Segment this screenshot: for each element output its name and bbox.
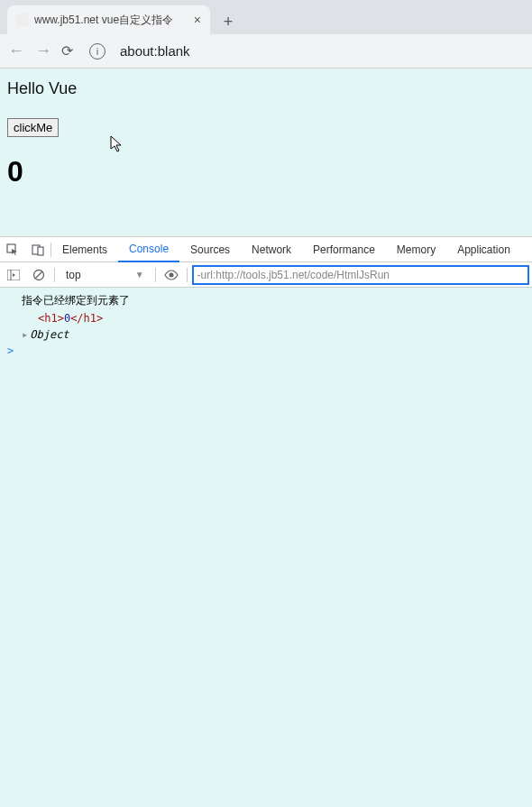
browser-tab-strip: www.jb51.net vue自定义指令 × +	[0, 0, 532, 34]
separator	[155, 268, 156, 282]
address-bar[interactable]: about:blank	[120, 43, 190, 59]
log-message: 指令已经绑定到元素了	[22, 294, 130, 307]
separator	[187, 268, 188, 282]
object-label: Object	[30, 328, 69, 341]
tab-memory[interactable]: Memory	[386, 237, 446, 262]
tab-sources[interactable]: Sources	[179, 237, 241, 262]
console-log-row: 指令已经绑定到元素了	[0, 291, 532, 310]
filter-input[interactable]	[193, 266, 528, 284]
close-icon[interactable]: ×	[194, 13, 201, 27]
tab-elements[interactable]: Elements	[51, 237, 118, 262]
sidebar-toggle-icon[interactable]	[4, 265, 23, 285]
html-open-tag: <h1>	[38, 312, 64, 325]
svg-point-7	[169, 272, 173, 277]
devtools-panel: Elements Console Sources Network Perform…	[0, 236, 532, 807]
browser-tab[interactable]: www.jb51.net vue自定义指令 ×	[7, 5, 210, 34]
html-close-tag: </h1>	[70, 312, 103, 325]
clear-console-icon[interactable]	[29, 265, 49, 285]
favicon-icon	[16, 14, 29, 26]
svg-line-6	[35, 271, 42, 279]
context-label: top	[66, 269, 81, 281]
device-icon[interactable]	[25, 237, 50, 262]
console-prompt[interactable]: >	[0, 343, 532, 359]
inspect-icon[interactable]	[0, 237, 25, 262]
console-output: 指令已经绑定到元素了 <h1>0</h1> ▸Object >	[0, 288, 532, 807]
svg-rect-2	[38, 247, 43, 255]
tab-title: www.jb51.net vue自定义指令	[34, 13, 188, 28]
forward-button[interactable]: →	[34, 41, 52, 60]
expand-arrow-icon[interactable]: ▸	[22, 328, 28, 341]
counter-value: 0	[7, 155, 525, 188]
separator	[54, 268, 55, 282]
clickme-button[interactable]: clickMe	[7, 118, 59, 137]
tab-application[interactable]: Application	[446, 237, 521, 262]
chevron-down-icon: ▼	[135, 270, 144, 280]
reload-button[interactable]: ⟳	[61, 42, 73, 60]
console-toolbar: top ▼	[0, 262, 532, 288]
page-heading: Hello Vue	[7, 79, 525, 98]
context-selector[interactable]: top ▼	[60, 269, 150, 281]
info-icon[interactable]: i	[89, 43, 105, 60]
tab-performance[interactable]: Performance	[302, 237, 386, 262]
tab-console[interactable]: Console	[118, 237, 179, 262]
console-object-row[interactable]: ▸Object	[0, 326, 532, 343]
browser-toolbar: ← → ⟳ i about:blank	[0, 34, 532, 69]
eye-icon[interactable]	[161, 265, 181, 285]
page-content: Hello Vue clickMe 0	[0, 69, 532, 236]
tab-network[interactable]: Network	[241, 237, 302, 262]
devtools-tabs: Elements Console Sources Network Perform…	[0, 237, 532, 262]
console-html-row[interactable]: <h1>0</h1>	[0, 310, 532, 326]
new-tab-button[interactable]: +	[216, 9, 241, 34]
back-button[interactable]: ←	[7, 41, 25, 60]
